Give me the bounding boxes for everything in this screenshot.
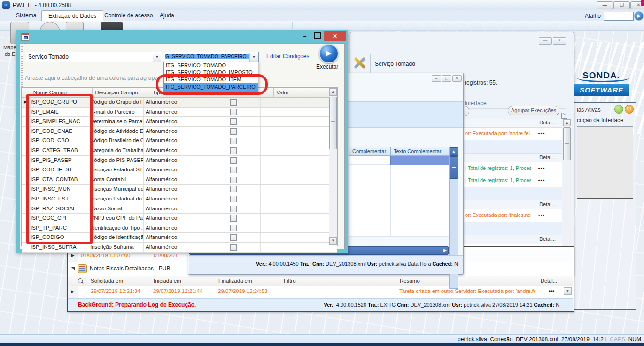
header-texto-complementar[interactable]: Texto Complementar: [390, 147, 452, 156]
header-descricao-campo[interactable]: Descrição Campo: [93, 88, 150, 97]
minimize-button[interactable]: —: [539, 37, 552, 45]
dialog-close-button[interactable]: ✕: [324, 31, 346, 41]
status-date: 27/08/2019: [561, 336, 590, 343]
interface-combobox[interactable]: Serviço Tomado ▼: [25, 52, 162, 62]
detalhes-ellipsis-button[interactable]: •••: [532, 209, 551, 221]
empty-grid-row[interactable]: [349, 174, 449, 183]
nulo-checkbox[interactable]: [230, 215, 237, 222]
w1-scroll-thumb[interactable]: [563, 127, 571, 160]
empty-grid-row[interactable]: [349, 227, 449, 237]
table-row[interactable]: ▶ 29/07/2019 12:21:34 29/07/2019 12:21:4…: [68, 286, 573, 298]
nulo-checkbox[interactable]: [230, 138, 237, 144]
nulo-checkbox[interactable]: [230, 128, 237, 135]
nulo-checkbox[interactable]: [230, 177, 237, 183]
cell-valor: [263, 204, 324, 214]
tab-sistema[interactable]: Sistema: [9, 10, 43, 21]
cell-valor: [263, 98, 324, 107]
restore-orange-button[interactable]: ❒: [625, 105, 634, 114]
nulo-checkbox[interactable]: [230, 118, 237, 125]
execucao-resumo-text: or: Executada por: 'andre.fel...: [465, 128, 531, 139]
nulo-checkbox[interactable]: [230, 99, 237, 106]
dialog-minimize-icon[interactable]: –: [301, 33, 309, 39]
cell-tipo: Alfanumérico: [143, 136, 204, 146]
close-icon[interactable]: ✕: [452, 75, 462, 82]
atalho-input[interactable]: [604, 12, 634, 21]
header-valor[interactable]: Valor: [274, 88, 337, 97]
nulo-checkbox[interactable]: [230, 147, 237, 154]
tab-extracao-de-dados[interactable]: Extração de Dados: [41, 10, 103, 21]
scroll-down-icon[interactable]: ▼: [564, 287, 572, 295]
minimize-button[interactable]: –: [432, 75, 441, 82]
app-title: PW.ETL - 4.00.00.2508: [13, 2, 71, 8]
empty-grid-row[interactable]: [349, 218, 449, 228]
empty-grid-row[interactable]: [349, 200, 449, 210]
detalhes-ellipsis-button[interactable]: •••: [532, 128, 551, 139]
nulo-checkbox[interactable]: [230, 244, 237, 251]
scroll-up-icon[interactable]: ▲: [450, 147, 458, 156]
nulo-checkbox[interactable]: [230, 196, 237, 202]
close-icon[interactable]: ✕: [553, 37, 566, 45]
detal-label[interactable]: Detal...: [539, 120, 556, 125]
annotation-rectangle: [26, 94, 93, 244]
scroll-down-icon[interactable]: ▼: [329, 237, 337, 245]
grid-scroll-thumb[interactable]: [329, 97, 337, 149]
executar-play-icon[interactable]: ▶: [319, 44, 339, 63]
atalho-label: Atalho: [585, 13, 601, 19]
chevron-down-icon[interactable]: ▼: [153, 53, 161, 62]
cell[interactable]: [349, 156, 390, 165]
nulo-checkbox[interactable]: [230, 167, 237, 173]
nulo-checkbox[interactable]: [230, 186, 237, 192]
cell-valor: [263, 223, 324, 233]
search-icon[interactable]: [78, 278, 83, 283]
app-icon: TL: [2, 1, 10, 9]
editar-condicoes-link[interactable]: Editar Condições: [266, 53, 309, 60]
scroll-up-icon[interactable]: ▲: [563, 119, 571, 126]
group-by-hint: Arraste aqui o cabeçalho de uma coluna p…: [25, 75, 160, 81]
dialog-maximize-icon[interactable]: [314, 32, 321, 39]
nulo-checkbox[interactable]: [230, 206, 237, 212]
tabela-combobox[interactable]: G_SERVICO_TOMADO_PARCEIRO ▼: [164, 52, 259, 62]
tools-icon[interactable]: [353, 57, 365, 69]
tab-controle-de-acesso[interactable]: Controle de acesso: [98, 10, 159, 21]
tab-ajuda[interactable]: Ajuda: [153, 10, 181, 21]
nulo-checkbox[interactable]: [230, 225, 237, 231]
scroll-right-icon[interactable]: ▶: [443, 248, 447, 253]
minimize-button[interactable]: —: [597, 1, 613, 9]
scroll-up-icon[interactable]: ▲: [329, 88, 337, 96]
combobox-selected-text: G_SERVICO_TOMADO_PARCEIRO: [165, 54, 250, 59]
w2-scroll-thumb[interactable]: [450, 156, 458, 179]
empty-grid-row[interactable]: [349, 183, 449, 192]
tab-servico-tomado[interactable]: Serviço Tomado: [375, 61, 415, 67]
nulo-checkbox[interactable]: [230, 234, 237, 241]
empty-grid-row[interactable]: [349, 192, 449, 201]
cell-descricao-campo: Código do PIS PASEP: [88, 156, 144, 165]
header-complementar[interactable]: Complementar: [349, 147, 394, 156]
atalho-go-icon[interactable]: ▶: [634, 11, 644, 21]
detal-label[interactable]: Detal...: [539, 236, 556, 242]
minimize-green-button[interactable]: –: [614, 105, 623, 114]
chevron-down-icon[interactable]: ▼: [249, 53, 258, 62]
detalhes-ellipsis-button[interactable]: •••: [532, 162, 551, 174]
app-titlebar: [0, 0, 644, 11]
selected-cell[interactable]: [390, 156, 450, 166]
cell-resumo: Tarefa criada em outro Servidor: Executa…: [399, 288, 535, 294]
grid-scrollbar[interactable]: ▲ ▼: [329, 88, 337, 245]
dropdown-item[interactable]: ITG_SERVICO_TOMADO: [164, 62, 258, 69]
cell-tipo: Alfanumérico: [143, 98, 204, 107]
nulo-checkbox[interactable]: [230, 109, 237, 115]
empty-grid-row[interactable]: [349, 165, 449, 174]
header-solicitada[interactable]: Solicitada em: [91, 278, 123, 284]
empty-grid-row[interactable]: [349, 209, 449, 219]
restore-button[interactable]: ❐: [613, 1, 630, 9]
nulo-checkbox[interactable]: [230, 157, 237, 164]
group-expander-icon[interactable]: [561, 113, 567, 119]
maximize-button[interactable]: □: [442, 75, 451, 82]
collapse-triangle-icon[interactable]: [71, 267, 75, 270]
status-conexao-label: Conexão: [490, 336, 512, 343]
detalhes-ellipsis-button[interactable]: •••: [532, 175, 551, 186]
detal-label[interactable]: Detal...: [539, 154, 556, 160]
detal-label[interactable]: Detal...: [539, 201, 556, 207]
cell-valor: [263, 214, 324, 223]
detalhes-ellipsis-button[interactable]: •••: [542, 288, 561, 294]
agrupar-execucoes-button[interactable]: Agrupar Execuções: [508, 106, 559, 115]
